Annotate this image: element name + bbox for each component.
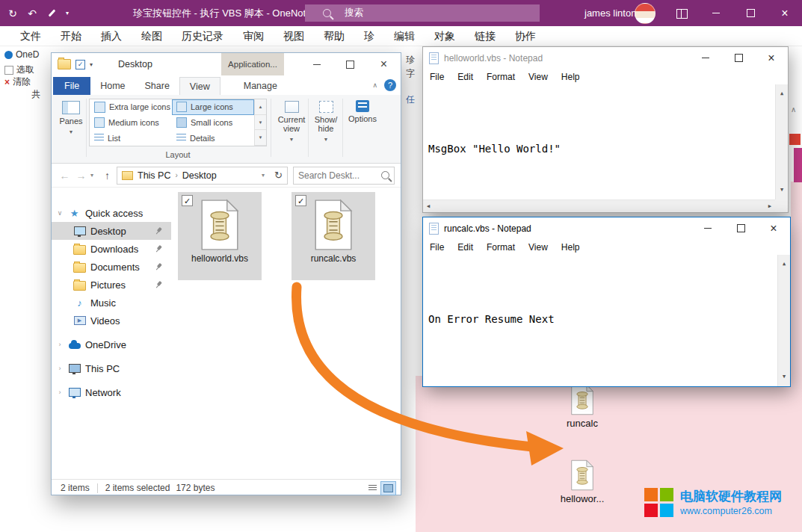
sidebar-item-downloads[interactable]: Downloads: [52, 240, 171, 258]
details-view-toggle[interactable]: [365, 481, 380, 495]
tab-review[interactable]: 审阅: [233, 26, 274, 46]
chevron-down-icon[interactable]: ∨: [56, 209, 64, 217]
options-button[interactable]: Options: [345, 99, 380, 154]
notepad-close-button[interactable]: ×: [755, 47, 788, 69]
sidebar-item-documents[interactable]: Documents: [52, 258, 171, 276]
tab-view[interactable]: 视图: [274, 26, 314, 46]
menu-help[interactable]: Help: [555, 242, 587, 253]
explorer-tab-manage[interactable]: Manage: [234, 77, 287, 95]
explorer-close-button[interactable]: ×: [367, 53, 401, 75]
chevron-right-icon[interactable]: ›: [56, 341, 64, 348]
sidebar-item-quick-access[interactable]: ∨ ★ Quick access: [52, 204, 171, 222]
qat-checkbox-icon[interactable]: ✓: [75, 60, 85, 69]
scroll-down-icon[interactable]: ▼: [783, 370, 786, 384]
user-avatar[interactable]: [635, 3, 656, 24]
tab-home[interactable]: 开始: [51, 26, 91, 46]
tab-edit[interactable]: 编辑: [384, 26, 425, 46]
gallery-scroll-down-icon[interactable]: ▼: [255, 115, 266, 131]
scroll-up-icon[interactable]: ▲: [783, 257, 786, 271]
onenote-search-box[interactable]: 搜索: [305, 4, 540, 22]
chevron-right-icon[interactable]: ›: [56, 389, 64, 396]
menu-file[interactable]: File: [423, 72, 451, 82]
notepad-close-button[interactable]: ×: [757, 217, 790, 239]
explorer-maximize-button[interactable]: [333, 53, 367, 75]
menu-edit[interactable]: Edit: [451, 72, 480, 82]
file-item-helloworld[interactable]: ✓ helloworld.vbs: [178, 192, 262, 280]
menu-format[interactable]: Format: [480, 72, 522, 82]
tab-collaborate[interactable]: 协作: [505, 26, 546, 46]
sidebar-item-pictures[interactable]: Pictures: [52, 276, 171, 294]
horizontal-scrollbar[interactable]: ◀ ▶: [423, 200, 775, 212]
up-icon[interactable]: ↑: [100, 170, 114, 182]
tab-object[interactable]: 对象: [425, 26, 465, 46]
menu-edit[interactable]: Edit: [451, 242, 480, 253]
desktop-icon-runcalc[interactable]: runcalc: [552, 384, 612, 429]
back-icon[interactable]: ←: [58, 170, 72, 182]
thumbnail-view-toggle[interactable]: [380, 481, 396, 495]
explorer-tab-view[interactable]: View: [179, 77, 220, 95]
contextual-tab-application-tools[interactable]: Application...: [221, 53, 284, 75]
tab-help[interactable]: 帮助: [314, 26, 354, 46]
pen-icon[interactable]: [42, 0, 61, 26]
address-dropdown-caret-icon[interactable]: ▾: [262, 172, 269, 179]
scroll-right-icon[interactable]: ▶: [768, 200, 771, 213]
menu-view[interactable]: View: [522, 242, 555, 253]
undo-icon[interactable]: ↶: [22, 0, 42, 26]
menu-file[interactable]: File: [423, 242, 451, 253]
vertical-scrollbar[interactable]: ▲ ▼: [775, 84, 788, 200]
notepad-minimize-button[interactable]: [689, 47, 722, 69]
close-button[interactable]: ×: [768, 0, 802, 26]
sidebar-item-music[interactable]: ♪ Music: [52, 294, 171, 312]
layout-option-small-icons[interactable]: Small icons: [172, 115, 254, 131]
breadcrumb-current[interactable]: Desktop: [182, 170, 217, 181]
address-field[interactable]: This PC › Desktop ▾ ↻: [117, 167, 288, 185]
collapse-ribbon-icon[interactable]: ∧: [372, 81, 377, 89]
chevron-right-icon[interactable]: ›: [56, 365, 64, 372]
sidebar-item-desktop[interactable]: Desktop: [52, 222, 171, 240]
notepad-minimize-button[interactable]: [691, 217, 724, 239]
gallery-more-icon[interactable]: ▼: [255, 130, 266, 146]
switch-windows-icon[interactable]: [676, 9, 688, 19]
notepad-text-area[interactable]: On Error Resume Next set wshshell=create…: [423, 255, 790, 386]
tab-zhen[interactable]: 珍: [354, 26, 384, 46]
notepad-maximize-button[interactable]: [722, 47, 755, 69]
user-name[interactable]: james linton: [584, 0, 636, 26]
gallery-scroll-up-icon[interactable]: ▲: [255, 99, 266, 115]
tab-link[interactable]: 链接: [465, 26, 505, 46]
scroll-up-icon[interactable]: ▲: [780, 87, 783, 101]
explorer-search-input[interactable]: Search Deskt...: [293, 167, 395, 185]
panes-button[interactable]: Panes ▼: [55, 99, 87, 154]
tab-draw[interactable]: 绘图: [132, 26, 172, 46]
selection-checkbox[interactable]: ✓: [182, 195, 193, 206]
layout-option-list[interactable]: List: [90, 130, 172, 146]
show-hide-button[interactable]: Show/ hide ▼: [310, 99, 342, 154]
notepad-text-area[interactable]: MsgBox "Hello World!" ▲ ▼ ◀ ▶: [423, 84, 788, 212]
file-list-area[interactable]: ✓ helloworld.vbs ✓: [171, 188, 401, 479]
tab-file[interactable]: 文件: [10, 26, 51, 46]
explorer-tab-file[interactable]: File: [53, 77, 90, 95]
tab-insert[interactable]: 插入: [91, 26, 132, 46]
scroll-left-icon[interactable]: ◀: [427, 200, 430, 213]
sidebar-item-videos[interactable]: ▶ Videos: [52, 312, 171, 330]
notepad-maximize-button[interactable]: [724, 217, 757, 239]
tab-history[interactable]: 历史记录: [172, 26, 233, 46]
sidebar-item-network[interactable]: › Network: [52, 383, 171, 401]
file-item-runcalc[interactable]: ✓ runcalc.vbs: [292, 192, 375, 280]
onenote-page-tab-marker[interactable]: [789, 134, 801, 145]
qat-caret-icon[interactable]: ▾: [90, 61, 93, 68]
scroll-down-icon[interactable]: ▼: [780, 183, 783, 197]
breadcrumb-root[interactable]: This PC: [138, 170, 170, 181]
sync-icon[interactable]: ↻: [3, 0, 22, 26]
sidebar-item-onedrive[interactable]: › OneDrive: [52, 335, 171, 353]
forward-icon[interactable]: →: [74, 170, 88, 182]
current-view-button[interactable]: Current view ▼: [274, 99, 309, 154]
menu-help[interactable]: Help: [555, 72, 587, 82]
menu-view[interactable]: View: [522, 72, 555, 82]
explorer-tab-home[interactable]: Home: [90, 77, 135, 95]
desktop-icon-helloworld[interactable]: hellowor...: [552, 460, 612, 504]
maximize-button[interactable]: [733, 0, 768, 26]
menu-format[interactable]: Format: [480, 242, 522, 253]
selection-checkbox[interactable]: ✓: [295, 195, 306, 206]
explorer-minimize-button[interactable]: [300, 53, 333, 75]
sidebar-item-this-pc[interactable]: › This PC: [52, 359, 171, 377]
